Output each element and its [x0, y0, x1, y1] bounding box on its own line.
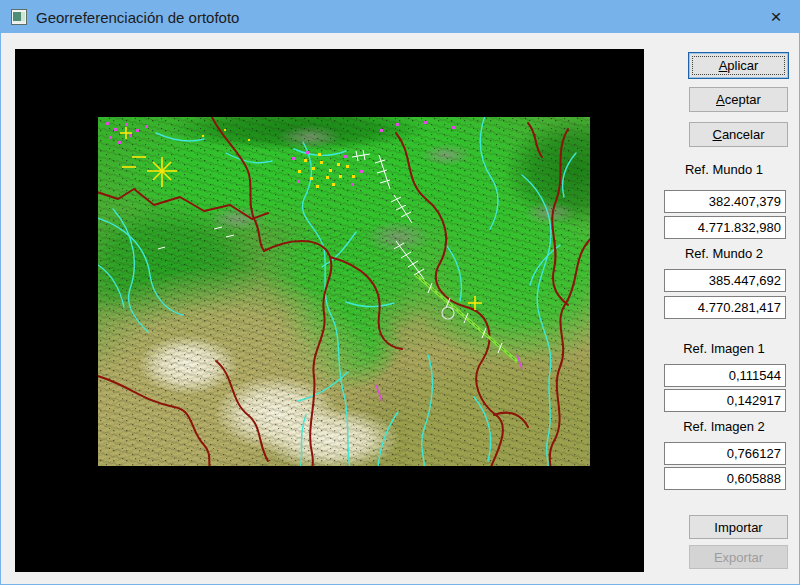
ref-mundo-1-x-input[interactable]: [664, 190, 786, 213]
titlebar[interactable]: Georreferenciación de ortofoto ×: [1, 1, 799, 33]
cancelar-button[interactable]: Cancelar: [689, 122, 788, 147]
ref-imagen-1-label: Ref. Imagen 1: [661, 341, 787, 356]
image-canvas[interactable]: [15, 49, 644, 572]
ref-imagen-1-y-input[interactable]: [664, 389, 786, 412]
exportar-button: Exportar: [689, 545, 788, 569]
georeference-dialog: Georreferenciación de ortofoto ×: [0, 0, 800, 585]
aplicar-button-accesskey: A: [719, 58, 728, 73]
ref-mundo-2-y-input[interactable]: [664, 296, 786, 319]
aplicar-button-label: plicar: [727, 58, 758, 73]
importar-button[interactable]: Importar: [689, 515, 788, 539]
cancelar-button-label: ancelar: [722, 127, 765, 142]
app-icon: [11, 9, 27, 25]
ref-mundo-1-y-input[interactable]: [664, 216, 786, 239]
ref-imagen-2-y-input[interactable]: [664, 467, 786, 490]
aplicar-button[interactable]: Aplicar: [688, 52, 789, 79]
ref-imagen-2-x-input[interactable]: [664, 442, 786, 465]
ref-mundo-1-label: Ref. Mundo 1: [661, 162, 787, 177]
ref-mundo-2-x-input[interactable]: [664, 269, 786, 292]
orthophoto-image[interactable]: [98, 117, 590, 466]
ref-mundo-2-label: Ref. Mundo 2: [661, 246, 787, 261]
ref-imagen-1-x-input[interactable]: [664, 364, 786, 387]
map-contour-layer: [98, 117, 590, 466]
window-title: Georreferenciación de ortofoto: [36, 9, 239, 26]
aceptar-button-accesskey: A: [716, 92, 725, 107]
cancelar-button-accesskey: C: [712, 127, 721, 142]
close-icon[interactable]: ×: [753, 1, 799, 33]
aceptar-button[interactable]: Aceptar: [689, 87, 788, 112]
ref-imagen-2-label: Ref. Imagen 2: [661, 419, 787, 434]
aceptar-button-label: ceptar: [725, 92, 761, 107]
